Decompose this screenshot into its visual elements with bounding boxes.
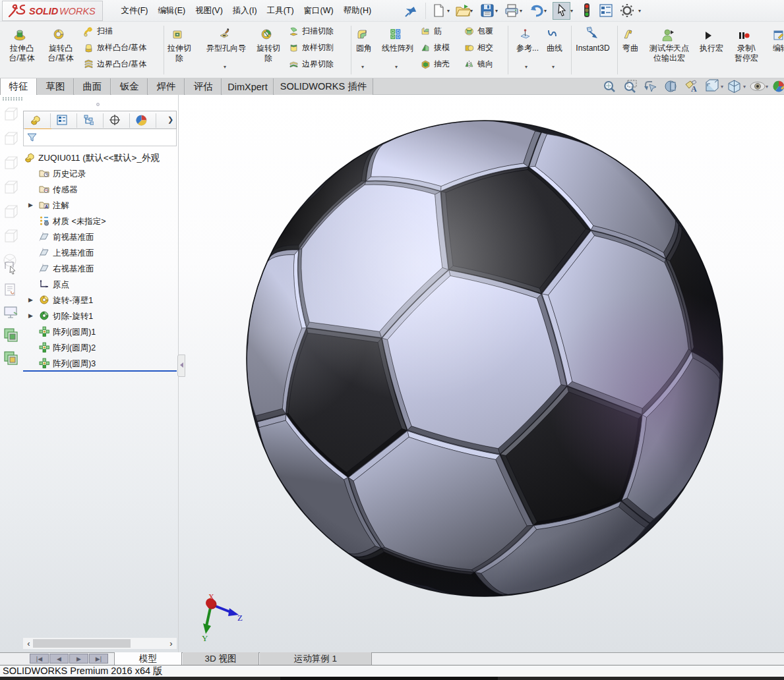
svg-text:A: A <box>45 204 48 208</box>
svg-text:Z: Z <box>237 613 243 623</box>
svg-text:Y: Y <box>202 633 208 643</box>
